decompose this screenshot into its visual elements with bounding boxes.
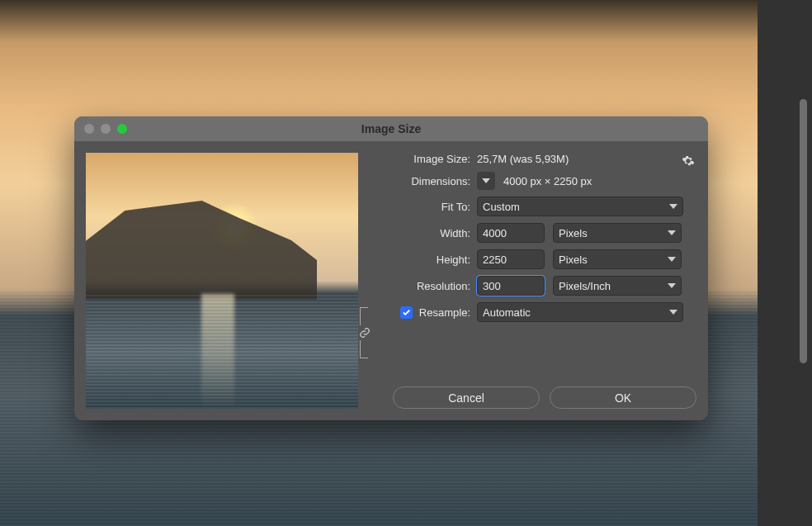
image-size-label: Image Size: (378, 153, 477, 165)
window-minimize-button[interactable] (101, 124, 111, 134)
dialog-title: Image Size (361, 122, 421, 135)
height-unit-select[interactable]: Pixels (553, 249, 682, 269)
fit-to-select[interactable]: Custom (477, 197, 683, 216)
window-maximize-button[interactable] (117, 124, 127, 134)
app-right-panel (758, 0, 812, 526)
resample-checkbox[interactable] (400, 306, 413, 319)
resample-method-select[interactable]: Automatic (477, 302, 683, 322)
width-input[interactable] (477, 223, 545, 243)
height-input[interactable] (477, 249, 545, 269)
height-label: Height: (378, 254, 477, 266)
fit-to-label: Fit To: (378, 201, 477, 213)
cancel-button[interactable]: Cancel (393, 386, 540, 409)
gear-icon[interactable] (682, 154, 695, 168)
ok-button[interactable]: OK (550, 386, 696, 409)
image-preview (86, 153, 358, 409)
width-unit-select[interactable]: Pixels (553, 223, 682, 243)
width-label: Width: (378, 227, 477, 239)
resolution-input[interactable] (477, 276, 545, 296)
constrain-proportions-icon[interactable] (358, 325, 371, 341)
scrollbar-thumb[interactable] (800, 99, 807, 363)
dialog-titlebar: Image Size (74, 116, 708, 141)
image-size-value: 25,7M (was 5,93M) (477, 153, 569, 165)
image-size-form: Image Size: 25,7M (was 5,93M) Dimensions… (378, 153, 696, 372)
dimensions-label: Dimensions: (378, 175, 477, 187)
dimensions-dropdown-toggle[interactable] (477, 172, 495, 190)
image-size-dialog: Image Size Image Size: 25,7M (was 5,93M)… (74, 116, 708, 420)
resample-label: Resample: (419, 306, 470, 319)
resolution-label: Resolution: (378, 280, 477, 292)
dimensions-value: 4000 px × 2250 px (503, 175, 592, 187)
resolution-unit-select[interactable]: Pixels/Inch (553, 276, 682, 296)
window-close-button[interactable] (84, 124, 94, 134)
